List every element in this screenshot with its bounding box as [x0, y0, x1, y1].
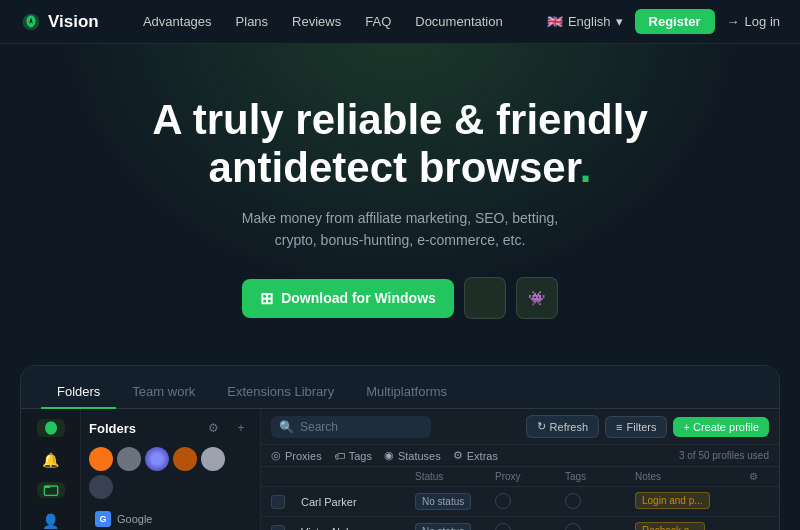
logo-text: Vision: [48, 12, 99, 32]
headline-line1: A truly reliable & friendly: [152, 96, 648, 143]
filters-button[interactable]: ≡ Filters: [605, 416, 667, 438]
statuses-label: Statuses: [398, 450, 441, 462]
flag-icon: 🇬🇧: [547, 14, 563, 29]
logo: Vision: [20, 11, 99, 33]
tab-multiplatforms[interactable]: Multiplatforms: [350, 376, 463, 409]
note-badge: Login and p...: [635, 492, 710, 509]
extras-icon: ⚙: [453, 449, 463, 462]
tag-icon: 🏷: [334, 450, 345, 462]
avatar-row: [89, 447, 252, 499]
col-status: Status: [415, 471, 495, 482]
linux-icon: 👾: [528, 290, 545, 306]
download-windows-label: Download for Windows: [281, 290, 436, 306]
mock-app: 🔔 👤 ⚙️ Folders ⚙ +: [21, 409, 779, 530]
refresh-label: Refresh: [550, 421, 589, 433]
avatar-light-gray: [201, 447, 225, 471]
refresh-button[interactable]: ↻ Refresh: [526, 415, 600, 438]
login-icon: →: [727, 14, 740, 29]
status-badge: No status: [415, 493, 471, 510]
folder-header: Folders ⚙ +: [89, 417, 252, 439]
row-checkbox[interactable]: [271, 495, 285, 509]
create-profile-button[interactable]: + Create profile: [673, 417, 769, 437]
nav-faq[interactable]: FAQ: [365, 14, 391, 29]
browser-mockup: Folders Team work Extensions Library Mul…: [20, 365, 780, 530]
sidebar-icon-users[interactable]: 👤: [37, 512, 65, 529]
hero-buttons: ⊞ Download for Windows 👾: [20, 277, 780, 319]
headline-dot: .: [580, 144, 592, 191]
main-content: 🔍 Search ↻ Refresh ≡ Filters + Create pr…: [261, 409, 779, 530]
col-tags: Tags: [565, 471, 635, 482]
tags-label: Tags: [349, 450, 372, 462]
extras-label: Extras: [467, 450, 498, 462]
filter-statuses[interactable]: ◉ Statuses: [384, 449, 441, 462]
col-checkbox: [271, 471, 301, 482]
avatar-dark-gray: [89, 475, 113, 499]
proxy-circle: [495, 523, 511, 530]
proxy-icon: ◎: [271, 449, 281, 462]
search-icon: 🔍: [279, 420, 294, 434]
nav-plans[interactable]: Plans: [236, 14, 269, 29]
col-name: [301, 471, 415, 482]
nav-documentation[interactable]: Documentation: [415, 14, 502, 29]
proxy-label: Proxies: [285, 450, 322, 462]
row-checkbox[interactable]: [271, 525, 285, 530]
profiles-count: 3 of 50 profiles used: [679, 450, 769, 461]
folder-add-icon[interactable]: +: [230, 417, 252, 439]
app-sidebar: 🔔 👤 ⚙️: [21, 409, 81, 530]
avatar-gray: [117, 447, 141, 471]
folder-settings-icon[interactable]: ⚙: [202, 417, 224, 439]
profiles-table: Status Proxy Tags Notes ⚙ Carl Parker No…: [261, 467, 779, 530]
login-label: Log in: [745, 14, 780, 29]
nav-right: 🇬🇧 English ▾ Register → Log in: [547, 9, 780, 34]
register-button[interactable]: Register: [635, 9, 715, 34]
navbar: Vision Advantages Plans Reviews FAQ Docu…: [0, 0, 800, 44]
hero-headline: A truly reliable & friendly antidetect b…: [90, 96, 710, 193]
lang-label: English: [568, 14, 611, 29]
search-box[interactable]: 🔍 Search: [271, 416, 431, 438]
table-row[interactable]: Victor Nelson No status Recheck o...: [261, 517, 779, 530]
search-placeholder: Search: [300, 420, 338, 434]
download-windows-button[interactable]: ⊞ Download for Windows: [242, 279, 454, 318]
sidebar-icon-logo: [37, 419, 65, 437]
tags-circle: [565, 493, 581, 509]
note-badge: Recheck o...: [635, 522, 705, 530]
chevron-down-icon: ▾: [616, 14, 623, 29]
folder-icon-g: G: [95, 511, 111, 527]
profile-name: Victor Nelson: [301, 526, 415, 530]
sidebar-icon-folders[interactable]: [37, 482, 65, 499]
filter-icon: ≡: [616, 421, 622, 433]
filter-tags[interactable]: 🏷 Tags: [334, 450, 372, 462]
tab-teamwork[interactable]: Team work: [116, 376, 211, 409]
proxy-circle: [495, 493, 511, 509]
folders-panel: Folders ⚙ + G Google f: [81, 409, 261, 530]
download-apple-button[interactable]: [464, 277, 506, 319]
nav-advantages[interactable]: Advantages: [143, 14, 212, 29]
col-proxy: Proxy: [495, 471, 565, 482]
main-toolbar: 🔍 Search ↻ Refresh ≡ Filters + Create pr…: [261, 409, 779, 445]
hero-section: A truly reliable & friendly antidetect b…: [0, 44, 800, 343]
table-row[interactable]: Carl Parker No status Login and p...: [261, 487, 779, 517]
filter-proxies[interactable]: ◎ Proxies: [271, 449, 322, 462]
tab-extensions[interactable]: Extensions Library: [211, 376, 350, 409]
folder-item-google[interactable]: G Google: [89, 507, 252, 530]
filter-bar: ◎ Proxies 🏷 Tags ◉ Statuses ⚙ Extras 3 o…: [261, 445, 779, 467]
hero-subtext: Make money from affiliate marketing, SEO…: [230, 207, 570, 252]
nav-reviews[interactable]: Reviews: [292, 14, 341, 29]
download-linux-button[interactable]: 👾: [516, 277, 558, 319]
filters-label: Filters: [627, 421, 657, 433]
folder-panel-title: Folders: [89, 421, 136, 436]
headline-line2: antidetect browser: [209, 144, 580, 191]
logo-icon: [20, 11, 42, 33]
login-button[interactable]: → Log in: [727, 14, 780, 29]
table-header: Status Proxy Tags Notes ⚙: [261, 467, 779, 487]
sidebar-icon-bell[interactable]: 🔔: [37, 451, 65, 468]
col-notes: Notes: [635, 471, 749, 482]
filter-extras[interactable]: ⚙ Extras: [453, 449, 498, 462]
tab-folders[interactable]: Folders: [41, 376, 116, 409]
windows-icon: ⊞: [260, 289, 273, 308]
language-selector[interactable]: 🇬🇧 English ▾: [547, 14, 623, 29]
avatar-orange: [89, 447, 113, 471]
nav-links: Advantages Plans Reviews FAQ Documentati…: [143, 14, 503, 29]
avatar-gold: [173, 447, 197, 471]
status-icon: ◉: [384, 449, 394, 462]
